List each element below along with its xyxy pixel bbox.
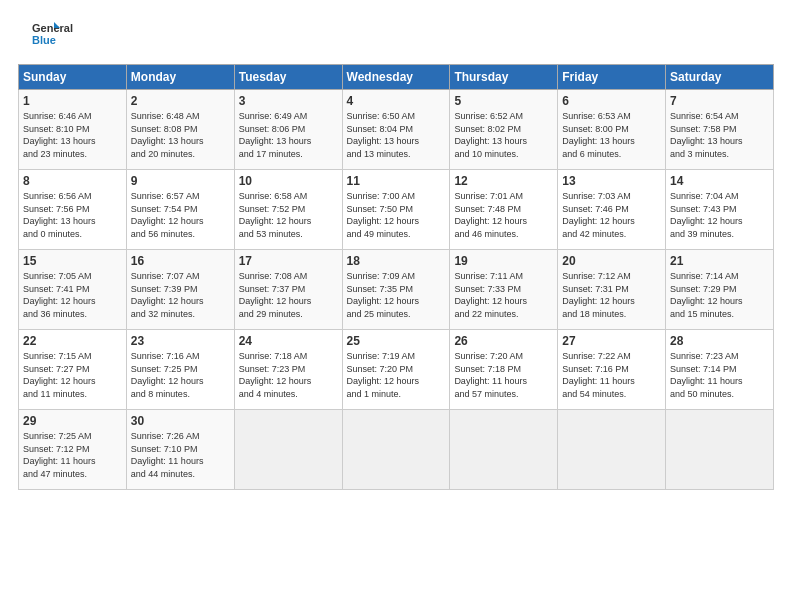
day-number: 18 xyxy=(347,254,446,268)
calendar-week-1: 1Sunrise: 6:46 AMSunset: 8:10 PMDaylight… xyxy=(19,90,774,170)
cell-info: Sunrise: 6:58 AMSunset: 7:52 PMDaylight:… xyxy=(239,191,312,239)
calendar-cell: 30Sunrise: 7:26 AMSunset: 7:10 PMDayligh… xyxy=(126,410,234,490)
cell-info: Sunrise: 7:19 AMSunset: 7:20 PMDaylight:… xyxy=(347,351,420,399)
cell-info: Sunrise: 7:11 AMSunset: 7:33 PMDaylight:… xyxy=(454,271,527,319)
cell-info: Sunrise: 6:53 AMSunset: 8:00 PMDaylight:… xyxy=(562,111,635,159)
cell-info: Sunrise: 6:49 AMSunset: 8:06 PMDaylight:… xyxy=(239,111,312,159)
calendar-cell: 16Sunrise: 7:07 AMSunset: 7:39 PMDayligh… xyxy=(126,250,234,330)
calendar-cell: 6Sunrise: 6:53 AMSunset: 8:00 PMDaylight… xyxy=(558,90,666,170)
calendar-cell: 26Sunrise: 7:20 AMSunset: 7:18 PMDayligh… xyxy=(450,330,558,410)
calendar-week-4: 22Sunrise: 7:15 AMSunset: 7:27 PMDayligh… xyxy=(19,330,774,410)
cell-info: Sunrise: 7:20 AMSunset: 7:18 PMDaylight:… xyxy=(454,351,527,399)
header-row: SundayMondayTuesdayWednesdayThursdayFrid… xyxy=(19,65,774,90)
header-day-friday: Friday xyxy=(558,65,666,90)
day-number: 17 xyxy=(239,254,338,268)
calendar-week-3: 15Sunrise: 7:05 AMSunset: 7:41 PMDayligh… xyxy=(19,250,774,330)
cell-info: Sunrise: 7:09 AMSunset: 7:35 PMDaylight:… xyxy=(347,271,420,319)
calendar-cell: 15Sunrise: 7:05 AMSunset: 7:41 PMDayligh… xyxy=(19,250,127,330)
cell-info: Sunrise: 7:25 AMSunset: 7:12 PMDaylight:… xyxy=(23,431,96,479)
calendar-cell: 14Sunrise: 7:04 AMSunset: 7:43 PMDayligh… xyxy=(666,170,774,250)
calendar-header: SundayMondayTuesdayWednesdayThursdayFrid… xyxy=(19,65,774,90)
day-number: 6 xyxy=(562,94,661,108)
calendar-cell xyxy=(558,410,666,490)
calendar-cell: 18Sunrise: 7:09 AMSunset: 7:35 PMDayligh… xyxy=(342,250,450,330)
calendar-cell xyxy=(342,410,450,490)
cell-info: Sunrise: 6:48 AMSunset: 8:08 PMDaylight:… xyxy=(131,111,204,159)
svg-text:Blue: Blue xyxy=(32,34,56,46)
day-number: 21 xyxy=(670,254,769,268)
logo: General Blue xyxy=(18,18,78,50)
day-number: 20 xyxy=(562,254,661,268)
day-number: 1 xyxy=(23,94,122,108)
calendar-cell: 25Sunrise: 7:19 AMSunset: 7:20 PMDayligh… xyxy=(342,330,450,410)
logo-icon: General Blue xyxy=(18,18,78,50)
calendar-cell xyxy=(666,410,774,490)
day-number: 19 xyxy=(454,254,553,268)
day-number: 28 xyxy=(670,334,769,348)
cell-info: Sunrise: 7:00 AMSunset: 7:50 PMDaylight:… xyxy=(347,191,420,239)
calendar-cell: 9Sunrise: 6:57 AMSunset: 7:54 PMDaylight… xyxy=(126,170,234,250)
calendar-cell: 27Sunrise: 7:22 AMSunset: 7:16 PMDayligh… xyxy=(558,330,666,410)
day-number: 4 xyxy=(347,94,446,108)
calendar-cell: 2Sunrise: 6:48 AMSunset: 8:08 PMDaylight… xyxy=(126,90,234,170)
calendar-cell: 19Sunrise: 7:11 AMSunset: 7:33 PMDayligh… xyxy=(450,250,558,330)
cell-info: Sunrise: 7:23 AMSunset: 7:14 PMDaylight:… xyxy=(670,351,743,399)
cell-info: Sunrise: 7:22 AMSunset: 7:16 PMDaylight:… xyxy=(562,351,635,399)
cell-info: Sunrise: 7:16 AMSunset: 7:25 PMDaylight:… xyxy=(131,351,204,399)
header-day-thursday: Thursday xyxy=(450,65,558,90)
cell-info: Sunrise: 6:52 AMSunset: 8:02 PMDaylight:… xyxy=(454,111,527,159)
cell-info: Sunrise: 7:14 AMSunset: 7:29 PMDaylight:… xyxy=(670,271,743,319)
calendar-cell xyxy=(450,410,558,490)
calendar-cell xyxy=(234,410,342,490)
calendar-cell: 11Sunrise: 7:00 AMSunset: 7:50 PMDayligh… xyxy=(342,170,450,250)
calendar-cell: 3Sunrise: 6:49 AMSunset: 8:06 PMDaylight… xyxy=(234,90,342,170)
calendar-cell: 23Sunrise: 7:16 AMSunset: 7:25 PMDayligh… xyxy=(126,330,234,410)
header-day-wednesday: Wednesday xyxy=(342,65,450,90)
cell-info: Sunrise: 6:56 AMSunset: 7:56 PMDaylight:… xyxy=(23,191,96,239)
calendar-cell: 21Sunrise: 7:14 AMSunset: 7:29 PMDayligh… xyxy=(666,250,774,330)
header: General Blue xyxy=(18,18,774,50)
day-number: 30 xyxy=(131,414,230,428)
calendar-cell: 8Sunrise: 6:56 AMSunset: 7:56 PMDaylight… xyxy=(19,170,127,250)
svg-text:General: General xyxy=(32,22,73,34)
cell-info: Sunrise: 7:18 AMSunset: 7:23 PMDaylight:… xyxy=(239,351,312,399)
day-number: 9 xyxy=(131,174,230,188)
day-number: 5 xyxy=(454,94,553,108)
calendar-cell: 22Sunrise: 7:15 AMSunset: 7:27 PMDayligh… xyxy=(19,330,127,410)
calendar-cell: 24Sunrise: 7:18 AMSunset: 7:23 PMDayligh… xyxy=(234,330,342,410)
day-number: 14 xyxy=(670,174,769,188)
day-number: 13 xyxy=(562,174,661,188)
cell-info: Sunrise: 6:46 AMSunset: 8:10 PMDaylight:… xyxy=(23,111,96,159)
day-number: 3 xyxy=(239,94,338,108)
header-day-saturday: Saturday xyxy=(666,65,774,90)
header-day-monday: Monday xyxy=(126,65,234,90)
cell-info: Sunrise: 7:12 AMSunset: 7:31 PMDaylight:… xyxy=(562,271,635,319)
header-day-sunday: Sunday xyxy=(19,65,127,90)
day-number: 26 xyxy=(454,334,553,348)
calendar-body: 1Sunrise: 6:46 AMSunset: 8:10 PMDaylight… xyxy=(19,90,774,490)
cell-info: Sunrise: 7:04 AMSunset: 7:43 PMDaylight:… xyxy=(670,191,743,239)
calendar-week-5: 29Sunrise: 7:25 AMSunset: 7:12 PMDayligh… xyxy=(19,410,774,490)
cell-info: Sunrise: 7:05 AMSunset: 7:41 PMDaylight:… xyxy=(23,271,96,319)
day-number: 8 xyxy=(23,174,122,188)
day-number: 15 xyxy=(23,254,122,268)
calendar-week-2: 8Sunrise: 6:56 AMSunset: 7:56 PMDaylight… xyxy=(19,170,774,250)
calendar-cell: 28Sunrise: 7:23 AMSunset: 7:14 PMDayligh… xyxy=(666,330,774,410)
day-number: 25 xyxy=(347,334,446,348)
calendar-table: SundayMondayTuesdayWednesdayThursdayFrid… xyxy=(18,64,774,490)
day-number: 27 xyxy=(562,334,661,348)
page-container: General Blue SundayMondayTuesdayWednesda… xyxy=(0,0,792,500)
calendar-cell: 12Sunrise: 7:01 AMSunset: 7:48 PMDayligh… xyxy=(450,170,558,250)
cell-info: Sunrise: 7:08 AMSunset: 7:37 PMDaylight:… xyxy=(239,271,312,319)
calendar-cell: 7Sunrise: 6:54 AMSunset: 7:58 PMDaylight… xyxy=(666,90,774,170)
day-number: 2 xyxy=(131,94,230,108)
calendar-cell: 4Sunrise: 6:50 AMSunset: 8:04 PMDaylight… xyxy=(342,90,450,170)
calendar-cell: 1Sunrise: 6:46 AMSunset: 8:10 PMDaylight… xyxy=(19,90,127,170)
cell-info: Sunrise: 6:50 AMSunset: 8:04 PMDaylight:… xyxy=(347,111,420,159)
cell-info: Sunrise: 7:07 AMSunset: 7:39 PMDaylight:… xyxy=(131,271,204,319)
calendar-cell: 20Sunrise: 7:12 AMSunset: 7:31 PMDayligh… xyxy=(558,250,666,330)
day-number: 23 xyxy=(131,334,230,348)
day-number: 22 xyxy=(23,334,122,348)
cell-info: Sunrise: 7:26 AMSunset: 7:10 PMDaylight:… xyxy=(131,431,204,479)
calendar-cell: 29Sunrise: 7:25 AMSunset: 7:12 PMDayligh… xyxy=(19,410,127,490)
